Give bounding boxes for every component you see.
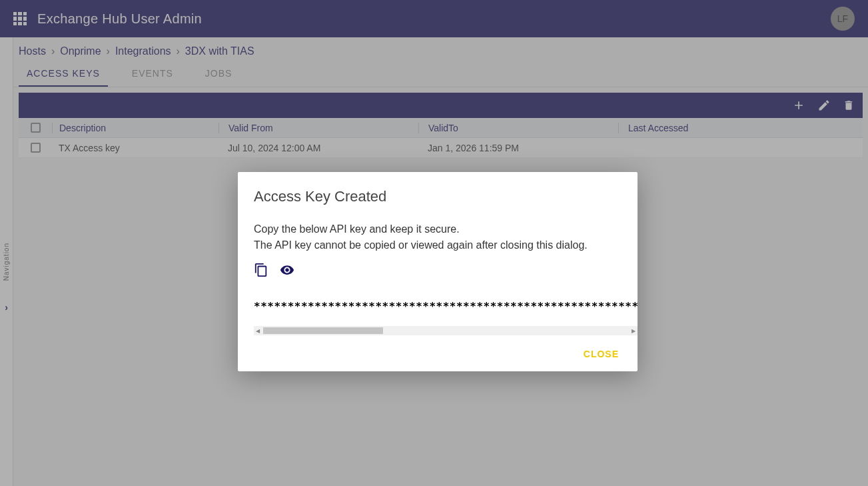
- access-key-created-dialog: Access Key Created Copy the below API ke…: [238, 172, 638, 371]
- dialog-body: Copy the below API key and keep it secur…: [238, 205, 638, 253]
- copy-icon[interactable]: [254, 263, 268, 280]
- dialog-instruction-line2: The API key cannot be copied or viewed a…: [254, 237, 622, 253]
- dialog-instruction-line1: Copy the below API key and keep it secur…: [254, 221, 622, 237]
- close-button[interactable]: CLOSE: [578, 345, 624, 363]
- horizontal-scrollbar[interactable]: ◀ ▶: [254, 326, 638, 335]
- masked-api-key[interactable]: ****************************************…: [254, 300, 638, 313]
- key-display-container: ****************************************…: [238, 300, 638, 335]
- scroll-left-arrow[interactable]: ◀: [254, 326, 262, 335]
- eye-icon[interactable]: [279, 263, 295, 280]
- scroll-thumb[interactable]: [263, 327, 383, 334]
- dialog-title: Access Key Created: [238, 188, 638, 205]
- scroll-right-arrow[interactable]: ▶: [630, 326, 638, 335]
